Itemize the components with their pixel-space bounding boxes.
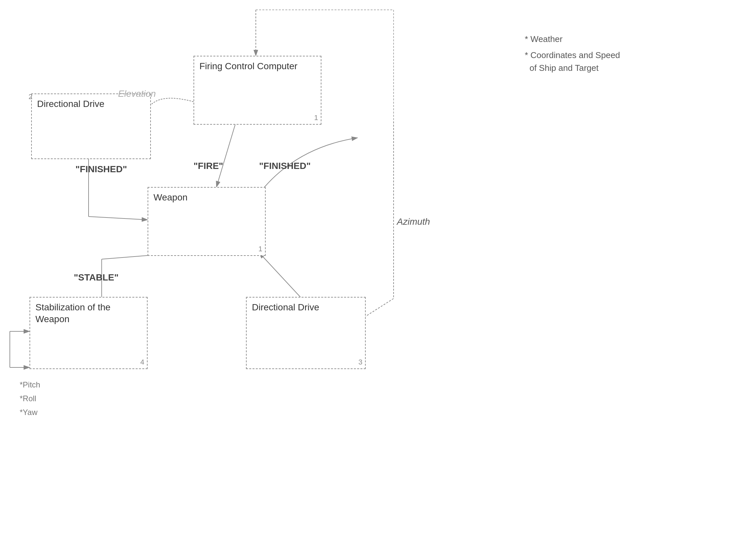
azimuth-label: Azimuth (397, 217, 430, 227)
bottom-info: *Pitch *Roll *Yaw (20, 379, 40, 418)
directional-drive-right-label: Directional Drive (252, 302, 319, 312)
weapon-label: Weapon (154, 192, 188, 202)
weapon-box: Weapon 1 (148, 187, 266, 256)
directional-drive-left-box: Directional Drive 2 (31, 94, 151, 159)
roll-text: *Roll (20, 393, 40, 404)
firing-control-label: Firing Control Computer (199, 61, 298, 71)
dd-left-num: 2 (28, 92, 33, 102)
stable-label: "STABLE" (74, 272, 118, 283)
finished-left-label: "FINISHED" (76, 164, 127, 175)
pitch-text: *Pitch (20, 379, 40, 391)
weather-text: * Weather (525, 33, 620, 46)
fcc-num: 1 (314, 113, 318, 123)
fire-label: "FIRE" (193, 161, 223, 171)
firing-control-box: Firing Control Computer 1 (193, 56, 321, 125)
elevation-label: Elevation (118, 88, 156, 99)
directional-drive-right-box: Directional Drive 3 (246, 297, 366, 369)
stabilization-box: Stabilization of the Weapon 4 (29, 297, 148, 369)
svg-line-5 (217, 121, 236, 187)
weapon-num: 1 (259, 244, 262, 254)
stabilization-label: Stabilization of the Weapon (36, 302, 110, 324)
coordinates-text: * Coordinates and Speed of Ship and Targ… (525, 49, 620, 75)
stab-num: 4 (140, 358, 144, 367)
svg-line-7 (88, 217, 148, 220)
dd-right-num: 3 (359, 358, 362, 367)
directional-drive-left-label: Directional Drive (37, 99, 104, 109)
yaw-text: *Yaw (20, 406, 40, 418)
svg-line-12 (259, 253, 302, 299)
finished-right-label: "FINISHED" (259, 161, 311, 171)
diagram: Firing Control Computer 1 Directional Dr… (0, 0, 755, 560)
weather-info: * Weather * Coordinates and Speed of Shi… (525, 33, 620, 75)
